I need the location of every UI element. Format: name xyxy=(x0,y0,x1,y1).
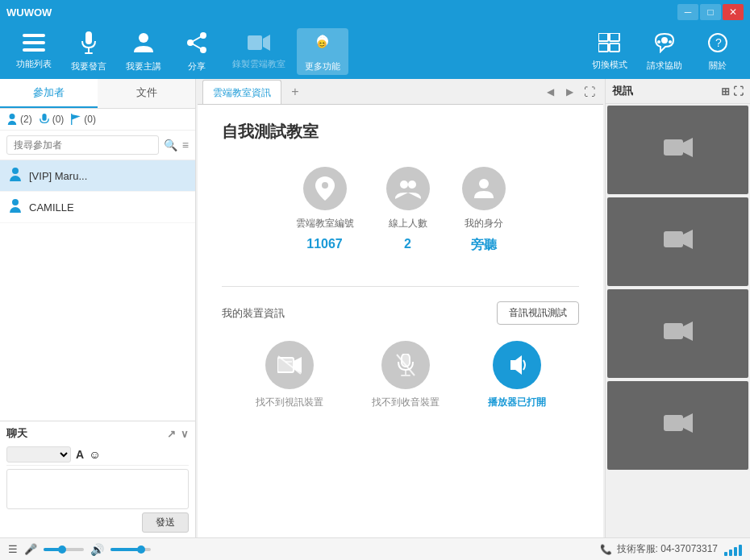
toolbar-help[interactable]: 請求協助 xyxy=(639,28,690,75)
app-logo: WUWOW xyxy=(6,6,52,19)
online-icon xyxy=(386,167,430,210)
statusbar-icons: ☰ 🎤 🔊 xyxy=(8,543,151,556)
mic-count-item[interactable]: (0) xyxy=(39,114,65,125)
svg-rect-39 xyxy=(401,375,410,376)
about-icon: ? xyxy=(707,32,728,56)
participant-name: [VIP] Maru... xyxy=(29,170,87,182)
chat-font-select[interactable] xyxy=(6,446,71,463)
svg-point-24 xyxy=(657,40,660,44)
tab-classroom-info[interactable]: 雲端教室資訊 xyxy=(202,80,281,104)
room-id-label: 雲端教室編號 xyxy=(296,217,354,230)
mic-device-label: 找不到收音裝置 xyxy=(372,396,440,409)
present-icon xyxy=(132,31,155,57)
list-view-icon[interactable]: ≡ xyxy=(182,139,189,151)
participants-bar: (2) (0) (0) xyxy=(0,109,195,131)
video-camera-icon-4 xyxy=(664,412,693,440)
tab-participants[interactable]: 參加者 xyxy=(0,79,98,108)
toolbar-share-label: 分享 xyxy=(188,60,206,73)
flag-count-item[interactable]: (0) xyxy=(70,114,96,125)
maximize-button[interactable]: □ xyxy=(700,4,721,20)
chat-send-button[interactable]: 發送 xyxy=(142,512,189,533)
person-icon xyxy=(6,114,18,125)
tab-add-button[interactable]: + xyxy=(285,81,306,102)
tab-documents[interactable]: 文件 xyxy=(98,79,195,108)
main-layout: 參加者 文件 (2) (0) (0) 🔍 ≡ xyxy=(0,79,750,537)
video-expand-icon[interactable]: ⛶ xyxy=(733,85,744,97)
speaker-volume-control[interactable] xyxy=(110,548,151,551)
svg-point-29 xyxy=(322,182,328,189)
speaker-thumb[interactable] xyxy=(137,545,145,554)
svg-marker-13 xyxy=(263,35,270,51)
svg-marker-41 xyxy=(510,355,522,375)
statusbar-mic-icon[interactable]: 🎤 xyxy=(24,543,37,555)
svg-rect-3 xyxy=(85,31,92,44)
chat-text-input[interactable] xyxy=(6,469,189,509)
device-speaker: 播放器已打開 xyxy=(488,341,546,409)
chat-collapse-icon[interactable]: ∨ xyxy=(181,428,189,440)
svg-marker-45 xyxy=(683,230,693,249)
svg-marker-47 xyxy=(683,321,693,341)
chat-header: 聊天 ↗ ∨ xyxy=(6,426,189,441)
chat-emoji-icon[interactable]: ☺ xyxy=(89,448,100,461)
speaker-slider-track[interactable] xyxy=(110,548,151,551)
video-camera-icon-2 xyxy=(664,228,693,256)
toolbar-switch[interactable]: 切換模式 xyxy=(584,28,635,75)
flag-icon xyxy=(70,114,81,125)
tab-next-button[interactable]: ▶ xyxy=(561,84,577,100)
participant-item[interactable]: [VIP] Maru... xyxy=(0,160,195,192)
svg-rect-5 xyxy=(85,52,93,54)
share-icon xyxy=(185,31,208,57)
help-icon xyxy=(654,32,675,56)
toolbar-more[interactable]: 😊 更多功能 xyxy=(297,28,348,75)
toolbar-about-label: 關於 xyxy=(709,60,727,72)
role-icon xyxy=(462,167,506,210)
participant-list: [VIP] Maru... CAMILLE xyxy=(0,160,195,421)
camera-label: 找不到視訊裝置 xyxy=(256,396,323,409)
person-count-item[interactable]: (2) xyxy=(6,114,32,125)
video-layout-icon[interactable]: ⊞ xyxy=(721,85,730,97)
close-button[interactable]: ✕ xyxy=(723,4,744,20)
statusbar-menu-icon[interactable]: ☰ xyxy=(8,543,18,555)
svg-rect-48 xyxy=(664,415,683,431)
toolbar-speak-label: 我要發言 xyxy=(71,60,106,73)
svg-rect-19 xyxy=(598,33,608,41)
toolbar-share[interactable]: 分享 xyxy=(173,28,221,75)
search-icon[interactable]: 🔍 xyxy=(164,139,177,151)
flag-count: (0) xyxy=(84,114,96,125)
chat-input-toolbar: A ☺ xyxy=(6,444,189,466)
toolbar-about[interactable]: ? 關於 xyxy=(694,28,742,75)
svg-marker-43 xyxy=(683,138,693,157)
svg-rect-0 xyxy=(23,34,45,37)
svg-point-23 xyxy=(661,37,668,44)
search-input[interactable] xyxy=(6,135,159,155)
participant-name: CAMILLE xyxy=(29,201,74,214)
toolbar-present[interactable]: 我要主講 xyxy=(118,28,169,75)
volume-slider-track[interactable] xyxy=(44,548,84,551)
center-expand-button[interactable]: ⛶ xyxy=(581,83,598,101)
volume-control[interactable] xyxy=(44,548,84,551)
toolbar-record: 錄製雲端教室 xyxy=(224,28,294,75)
svg-line-10 xyxy=(190,35,203,43)
chat-bold-icon[interactable]: A xyxy=(76,448,84,461)
volume-thumb[interactable] xyxy=(58,545,66,554)
chat-area: 聊天 ↗ ∨ A ☺ 發送 xyxy=(0,421,195,537)
online-label: 線上人數 xyxy=(389,217,427,230)
toolbar-record-label: 錄製雲端教室 xyxy=(232,58,285,70)
room-id-value: 11067 xyxy=(306,237,343,251)
device-mic: 找不到收音裝置 xyxy=(372,341,440,409)
toolbar-menu[interactable]: 功能列表 xyxy=(8,28,60,75)
toolbar-help-label: 請求協助 xyxy=(647,60,682,72)
speaker-label: 播放器已打開 xyxy=(488,396,546,409)
toolbar-menu-label: 功能列表 xyxy=(16,58,52,70)
svg-point-25 xyxy=(669,40,672,44)
minimize-button[interactable]: ─ xyxy=(677,4,698,20)
center-tabs: 雲端教室資訊 + ◀ ▶ ⛶ xyxy=(198,79,603,105)
svg-rect-38 xyxy=(405,370,406,375)
device-test-button[interactable]: 音訊視訊測試 xyxy=(497,301,579,325)
phone-icon: 📞 xyxy=(600,544,612,555)
svg-rect-46 xyxy=(664,323,683,339)
tab-prev-button[interactable]: ◀ xyxy=(542,84,558,100)
chat-expand-icon[interactable]: ↗ xyxy=(167,428,176,440)
participant-item[interactable]: CAMILLE xyxy=(0,192,195,223)
toolbar-speak[interactable]: 我要發言 xyxy=(63,28,115,75)
